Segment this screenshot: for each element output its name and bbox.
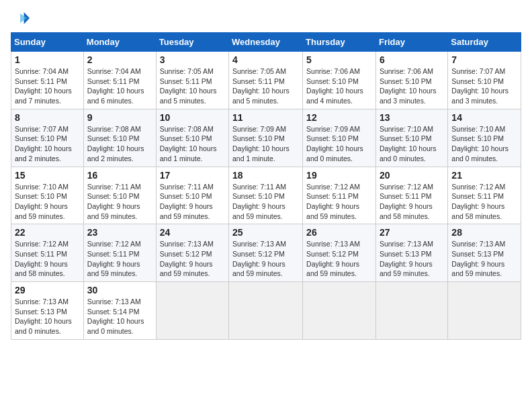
day-number: 30 — [87, 285, 152, 295]
weekday-header-cell: Sunday — [11, 33, 84, 52]
day-number: 3 — [160, 54, 225, 65]
calendar-cell: 2 Sunrise: 7:04 AMSunset: 5:11 PMDayligh… — [83, 52, 156, 109]
day-number: 22 — [15, 227, 80, 238]
day-detail: Sunrise: 7:06 AMSunset: 5:10 PMDaylight:… — [380, 67, 437, 105]
calendar-cell: 25 Sunrise: 7:13 AMSunset: 5:12 PMDaylig… — [229, 224, 303, 282]
calendar-cell: 18 Sunrise: 7:11 AMSunset: 5:10 PMDaylig… — [229, 167, 303, 224]
day-number: 24 — [160, 227, 225, 238]
day-number: 12 — [306, 112, 372, 123]
calendar-cell: 27 Sunrise: 7:13 AMSunset: 5:13 PMDaylig… — [375, 224, 447, 282]
day-detail: Sunrise: 7:12 AMSunset: 5:11 PMDaylight:… — [380, 183, 433, 220]
calendar-table: SundayMondayTuesdayWednesdayThursdayFrid… — [11, 32, 521, 340]
calendar-cell: 26 Sunrise: 7:13 AMSunset: 5:12 PMDaylig… — [303, 224, 376, 282]
calendar-cell: 24 Sunrise: 7:13 AMSunset: 5:12 PMDaylig… — [156, 224, 228, 282]
day-number: 16 — [87, 170, 152, 181]
header — [11, 11, 521, 26]
day-detail: Sunrise: 7:10 AMSunset: 5:10 PMDaylight:… — [15, 183, 69, 220]
calendar-cell: 28 Sunrise: 7:13 AMSunset: 5:13 PMDaylig… — [448, 224, 521, 282]
calendar-cell — [448, 282, 521, 340]
calendar-cell: 16 Sunrise: 7:11 AMSunset: 5:10 PMDaylig… — [83, 167, 156, 224]
day-detail: Sunrise: 7:07 AMSunset: 5:10 PMDaylight:… — [15, 125, 72, 163]
day-number: 23 — [87, 227, 152, 238]
day-detail: Sunrise: 7:08 AMSunset: 5:10 PMDaylight:… — [160, 125, 217, 163]
day-number: 6 — [380, 54, 444, 65]
day-number: 27 — [380, 227, 444, 238]
calendar-week-row: 1 Sunrise: 7:04 AMSunset: 5:11 PMDayligh… — [11, 52, 521, 109]
day-number: 10 — [160, 112, 225, 123]
calendar-cell: 20 Sunrise: 7:12 AMSunset: 5:11 PMDaylig… — [375, 167, 447, 224]
logo-icon — [11, 11, 30, 26]
calendar-cell: 6 Sunrise: 7:06 AMSunset: 5:10 PMDayligh… — [375, 52, 447, 109]
day-detail: Sunrise: 7:04 AMSunset: 5:11 PMDaylight:… — [87, 67, 144, 105]
day-detail: Sunrise: 7:07 AMSunset: 5:10 PMDaylight:… — [451, 67, 508, 105]
day-detail: Sunrise: 7:13 AMSunset: 5:14 PMDaylight:… — [87, 298, 144, 335]
day-detail: Sunrise: 7:10 AMSunset: 5:10 PMDaylight:… — [451, 125, 508, 163]
day-detail: Sunrise: 7:13 AMSunset: 5:13 PMDaylight:… — [15, 298, 72, 335]
day-detail: Sunrise: 7:13 AMSunset: 5:12 PMDaylight:… — [160, 240, 214, 277]
weekday-header-cell: Wednesday — [229, 33, 303, 52]
day-detail: Sunrise: 7:13 AMSunset: 5:13 PMDaylight:… — [451, 240, 505, 277]
day-number: 29 — [15, 285, 80, 295]
day-number: 17 — [160, 170, 225, 181]
weekday-header-cell: Tuesday — [156, 33, 228, 52]
day-detail: Sunrise: 7:12 AMSunset: 5:11 PMDaylight:… — [87, 240, 141, 277]
day-detail: Sunrise: 7:04 AMSunset: 5:11 PMDaylight:… — [15, 67, 72, 105]
day-detail: Sunrise: 7:09 AMSunset: 5:10 PMDaylight:… — [306, 125, 363, 163]
weekday-header-cell: Thursday — [303, 33, 376, 52]
weekday-header-cell: Monday — [83, 33, 156, 52]
calendar-cell: 21 Sunrise: 7:12 AMSunset: 5:11 PMDaylig… — [448, 167, 521, 224]
day-detail: Sunrise: 7:13 AMSunset: 5:13 PMDaylight:… — [380, 240, 433, 277]
calendar-cell: 19 Sunrise: 7:12 AMSunset: 5:11 PMDaylig… — [303, 167, 376, 224]
calendar-week-row: 29 Sunrise: 7:13 AMSunset: 5:13 PMDaylig… — [11, 282, 521, 340]
day-number: 25 — [232, 227, 299, 238]
calendar-week-row: 22 Sunrise: 7:12 AMSunset: 5:11 PMDaylig… — [11, 224, 521, 282]
day-number: 13 — [380, 112, 444, 123]
day-detail: Sunrise: 7:12 AMSunset: 5:11 PMDaylight:… — [15, 240, 69, 277]
calendar-cell: 10 Sunrise: 7:08 AMSunset: 5:10 PMDaylig… — [156, 109, 228, 167]
calendar-cell: 30 Sunrise: 7:13 AMSunset: 5:14 PMDaylig… — [83, 282, 156, 340]
calendar-week-row: 15 Sunrise: 7:10 AMSunset: 5:10 PMDaylig… — [11, 167, 521, 224]
calendar-cell: 13 Sunrise: 7:10 AMSunset: 5:10 PMDaylig… — [375, 109, 447, 167]
day-detail: Sunrise: 7:12 AMSunset: 5:11 PMDaylight:… — [451, 183, 505, 220]
day-number: 19 — [306, 170, 372, 181]
calendar-cell: 9 Sunrise: 7:08 AMSunset: 5:10 PMDayligh… — [83, 109, 156, 167]
calendar-cell — [375, 282, 447, 340]
calendar-cell: 11 Sunrise: 7:09 AMSunset: 5:10 PMDaylig… — [229, 109, 303, 167]
day-detail: Sunrise: 7:11 AMSunset: 5:10 PMDaylight:… — [87, 183, 141, 220]
calendar-cell: 22 Sunrise: 7:12 AMSunset: 5:11 PMDaylig… — [11, 224, 84, 282]
day-detail: Sunrise: 7:05 AMSunset: 5:11 PMDaylight:… — [232, 67, 290, 105]
calendar-cell — [156, 282, 228, 340]
day-number: 26 — [306, 227, 372, 238]
day-number: 21 — [451, 170, 517, 181]
day-number: 7 — [451, 54, 517, 65]
day-detail: Sunrise: 7:12 AMSunset: 5:11 PMDaylight:… — [306, 183, 360, 220]
calendar-cell: 23 Sunrise: 7:12 AMSunset: 5:11 PMDaylig… — [83, 224, 156, 282]
day-number: 2 — [87, 54, 152, 65]
calendar-cell: 17 Sunrise: 7:11 AMSunset: 5:10 PMDaylig… — [156, 167, 228, 224]
day-detail: Sunrise: 7:09 AMSunset: 5:10 PMDaylight:… — [232, 125, 290, 163]
day-number: 14 — [451, 112, 517, 123]
day-number: 8 — [15, 112, 80, 123]
calendar-week-row: 8 Sunrise: 7:07 AMSunset: 5:10 PMDayligh… — [11, 109, 521, 167]
calendar-cell: 5 Sunrise: 7:06 AMSunset: 5:10 PMDayligh… — [303, 52, 376, 109]
day-number: 18 — [232, 170, 299, 181]
calendar-cell: 1 Sunrise: 7:04 AMSunset: 5:11 PMDayligh… — [11, 52, 84, 109]
calendar-body: 1 Sunrise: 7:04 AMSunset: 5:11 PMDayligh… — [11, 52, 521, 340]
calendar-cell: 3 Sunrise: 7:05 AMSunset: 5:11 PMDayligh… — [156, 52, 228, 109]
day-detail: Sunrise: 7:08 AMSunset: 5:10 PMDaylight:… — [87, 125, 144, 163]
day-number: 5 — [306, 54, 372, 65]
day-detail: Sunrise: 7:13 AMSunset: 5:12 PMDaylight:… — [306, 240, 360, 277]
weekday-header-row: SundayMondayTuesdayWednesdayThursdayFrid… — [11, 33, 521, 52]
day-detail: Sunrise: 7:06 AMSunset: 5:10 PMDaylight:… — [306, 67, 363, 105]
calendar-cell — [229, 282, 303, 340]
calendar-cell: 29 Sunrise: 7:13 AMSunset: 5:13 PMDaylig… — [11, 282, 84, 340]
day-number: 11 — [232, 112, 299, 123]
calendar-cell — [303, 282, 376, 340]
calendar-cell: 4 Sunrise: 7:05 AMSunset: 5:11 PMDayligh… — [229, 52, 303, 109]
day-detail: Sunrise: 7:11 AMSunset: 5:10 PMDaylight:… — [160, 183, 214, 220]
calendar-cell: 15 Sunrise: 7:10 AMSunset: 5:10 PMDaylig… — [11, 167, 84, 224]
day-number: 20 — [380, 170, 444, 181]
day-detail: Sunrise: 7:05 AMSunset: 5:11 PMDaylight:… — [160, 67, 217, 105]
calendar-cell: 12 Sunrise: 7:09 AMSunset: 5:10 PMDaylig… — [303, 109, 376, 167]
weekday-header-cell: Saturday — [448, 33, 521, 52]
